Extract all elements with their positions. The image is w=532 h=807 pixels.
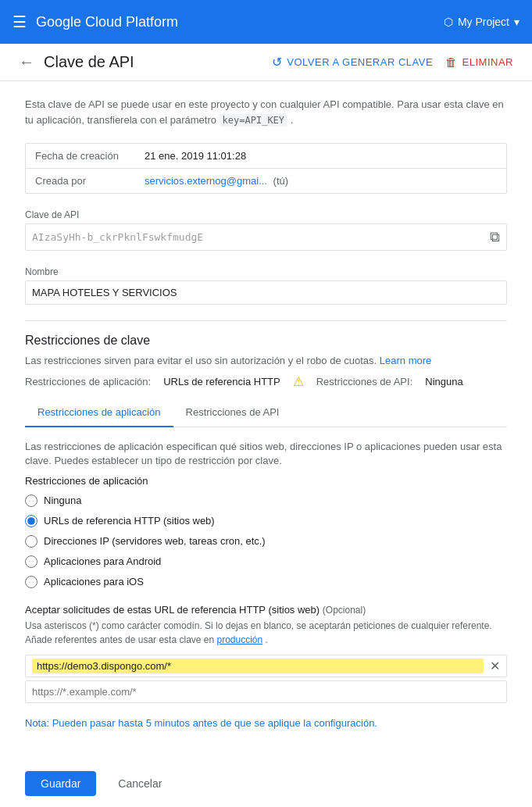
app-title: Google Cloud Platform <box>36 14 434 30</box>
subheader: ← Clave de API ↺ VOLVER A GENERAR CLAVE … <box>0 44 532 81</box>
creator-email[interactable]: servicios.externog@gmai... <box>145 175 267 187</box>
radio-ios[interactable]: Aplicaciones para iOS <box>25 576 507 588</box>
project-selector[interactable]: ⬡ My Project ▾ <box>444 16 520 28</box>
trash-icon: 🗑 <box>445 55 458 69</box>
url-section-title: Aceptar solicitudes de estas URL de refe… <box>25 604 320 616</box>
project-icon: ⬡ <box>444 16 453 28</box>
url-section-desc: Usa asteriscos (*) como carácter comodín… <box>25 619 507 647</box>
api-key-label: Clave de API <box>25 209 507 220</box>
topbar: ☰ Google Cloud Platform ⬡ My Project ▾ <box>0 0 532 44</box>
restrictions-title: Restricciones de clave <box>25 334 507 348</box>
name-label: Nombre <box>25 266 507 277</box>
info-description: Esta clave de API se puede usar en este … <box>25 97 507 127</box>
delete-key-button[interactable]: 🗑 ELIMINAR <box>445 55 513 69</box>
created-by-row: Creada por servicios.externog@gmai... (t… <box>26 169 506 193</box>
warning-icon: ⚠ <box>293 374 304 389</box>
url-section: Aceptar solicitudes de estas URL de refe… <box>25 604 507 716</box>
subheader-actions: ↺ VOLVER A GENERAR CLAVE 🗑 ELIMINAR <box>272 55 513 70</box>
cancel-button[interactable]: Cancelar <box>105 771 174 796</box>
page-title: Clave de API <box>44 53 262 71</box>
restrictions-section: Restricciones de clave Las restricciones… <box>25 334 507 730</box>
chevron-down-icon: ▾ <box>514 16 520 28</box>
name-input[interactable] <box>25 280 507 305</box>
regenerate-key-button[interactable]: ↺ VOLVER A GENERAR CLAVE <box>272 55 433 70</box>
creation-date-row: Fecha de creación 21 ene. 2019 11:01:28 <box>26 144 506 169</box>
restrictions-summary: Restricciones de aplicación: URLs de ref… <box>25 374 507 389</box>
production-link[interactable]: producción <box>217 634 263 645</box>
content-area: Esta clave de API se puede usar en este … <box>0 81 532 762</box>
save-button[interactable]: Guardar <box>25 771 96 796</box>
project-name: My Project <box>458 16 509 28</box>
copy-icon[interactable]: ⧉ <box>490 229 500 245</box>
radio-android[interactable]: Aplicaciones para Android <box>25 555 507 568</box>
section-divider <box>25 320 507 321</box>
url-optional-label: (Opcional) <box>323 605 366 616</box>
app-restrictions-radio-group: Ninguna URLs de referencia HTTP (sitios … <box>25 495 507 588</box>
chip-close-icon[interactable]: ✕ <box>490 659 500 673</box>
back-button[interactable]: ← <box>19 53 34 71</box>
info-table: Fecha de creación 21 ene. 2019 11:01:28 … <box>25 143 507 194</box>
api-restriction-value: Ninguna <box>425 376 462 387</box>
radio-http[interactable]: URLs de referencia HTTP (sitios web) <box>25 515 507 527</box>
url-chip-container: https://demo3.dispongo.com/* ✕ <box>25 655 507 677</box>
api-key-value: AIzaSyHh-b_ckrPknlFswkfmudgE <box>32 231 490 243</box>
url-input[interactable] <box>25 680 507 703</box>
tab-app-restrictions[interactable]: Restricciones de aplicación <box>25 398 173 427</box>
restrictions-desc: Las restricciones sirven para evitar el … <box>25 354 507 368</box>
api-key-field-group: Clave de API AIzaSyHh-b_ckrPknlFswkfmudg… <box>25 209 507 251</box>
learn-more-link[interactable]: Learn more <box>380 355 431 366</box>
radio-ip[interactable]: Direcciones IP (servidores web, tareas c… <box>25 535 507 548</box>
creator-suffix: (tú) <box>273 175 289 187</box>
menu-icon[interactable]: ☰ <box>12 12 27 31</box>
app-restriction-value: URLs de referencia HTTP <box>163 376 280 387</box>
api-key-container: AIzaSyHh-b_ckrPknlFswkfmudgE ⧉ <box>25 223 507 251</box>
refresh-icon: ↺ <box>272 55 283 70</box>
app-restriction-label: Restricciones de aplicación: <box>25 376 151 387</box>
note-text: Nota: Pueden pasar hasta 5 minutos antes… <box>25 716 507 731</box>
footer-actions: Guardar Cancelar <box>0 762 532 807</box>
name-field-group: Nombre <box>25 266 507 305</box>
tab-description: Las restricciones de aplicación especifi… <box>25 440 507 468</box>
url-chip: https://demo3.dispongo.com/* <box>32 659 484 673</box>
radio-none[interactable]: Ninguna <box>25 495 507 507</box>
app-restrictions-radio-title: Restricciones de aplicación <box>25 475 507 487</box>
tab-api-restrictions[interactable]: Restricciones de API <box>173 398 292 427</box>
restrictions-tabs: Restricciones de aplicación Restriccione… <box>25 398 507 427</box>
api-restriction-label: Restricciones de API: <box>316 376 413 387</box>
